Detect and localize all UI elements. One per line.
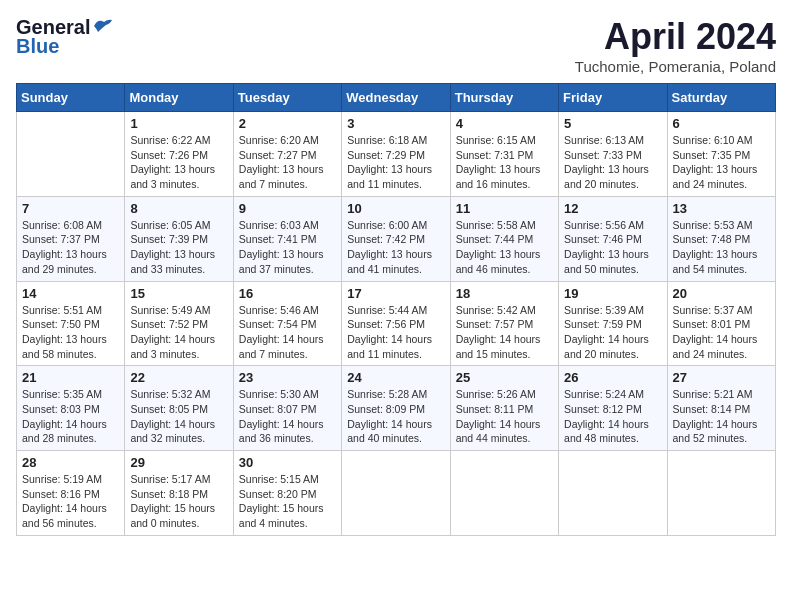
day-number: 16 [239, 286, 336, 301]
calendar-col-header: Monday [125, 84, 233, 112]
day-info: Sunrise: 5:56 AMSunset: 7:46 PMDaylight:… [564, 218, 661, 277]
logo-blue-text: Blue [16, 35, 59, 58]
calendar-day-cell: 2Sunrise: 6:20 AMSunset: 7:27 PMDaylight… [233, 112, 341, 197]
day-info: Sunrise: 5:26 AMSunset: 8:11 PMDaylight:… [456, 387, 553, 446]
day-info: Sunrise: 5:42 AMSunset: 7:57 PMDaylight:… [456, 303, 553, 362]
day-number: 8 [130, 201, 227, 216]
calendar-day-cell: 17Sunrise: 5:44 AMSunset: 7:56 PMDayligh… [342, 281, 450, 366]
calendar-day-cell [17, 112, 125, 197]
day-number: 21 [22, 370, 119, 385]
day-info: Sunrise: 5:21 AMSunset: 8:14 PMDaylight:… [673, 387, 770, 446]
calendar-day-cell: 21Sunrise: 5:35 AMSunset: 8:03 PMDayligh… [17, 366, 125, 451]
day-info: Sunrise: 6:03 AMSunset: 7:41 PMDaylight:… [239, 218, 336, 277]
day-number: 6 [673, 116, 770, 131]
calendar-col-header: Wednesday [342, 84, 450, 112]
calendar-day-cell: 30Sunrise: 5:15 AMSunset: 8:20 PMDayligh… [233, 451, 341, 536]
day-number: 12 [564, 201, 661, 216]
day-info: Sunrise: 6:08 AMSunset: 7:37 PMDaylight:… [22, 218, 119, 277]
calendar-day-cell: 11Sunrise: 5:58 AMSunset: 7:44 PMDayligh… [450, 196, 558, 281]
day-number: 28 [22, 455, 119, 470]
calendar-col-header: Saturday [667, 84, 775, 112]
calendar-day-cell: 8Sunrise: 6:05 AMSunset: 7:39 PMDaylight… [125, 196, 233, 281]
calendar-day-cell [450, 451, 558, 536]
day-number: 10 [347, 201, 444, 216]
day-info: Sunrise: 6:10 AMSunset: 7:35 PMDaylight:… [673, 133, 770, 192]
calendar-day-cell [667, 451, 775, 536]
day-info: Sunrise: 6:13 AMSunset: 7:33 PMDaylight:… [564, 133, 661, 192]
day-number: 24 [347, 370, 444, 385]
day-number: 27 [673, 370, 770, 385]
calendar-week-row: 7Sunrise: 6:08 AMSunset: 7:37 PMDaylight… [17, 196, 776, 281]
day-info: Sunrise: 5:15 AMSunset: 8:20 PMDaylight:… [239, 472, 336, 531]
calendar-day-cell: 28Sunrise: 5:19 AMSunset: 8:16 PMDayligh… [17, 451, 125, 536]
day-number: 17 [347, 286, 444, 301]
day-info: Sunrise: 5:24 AMSunset: 8:12 PMDaylight:… [564, 387, 661, 446]
day-number: 2 [239, 116, 336, 131]
calendar-day-cell: 14Sunrise: 5:51 AMSunset: 7:50 PMDayligh… [17, 281, 125, 366]
calendar-table: SundayMondayTuesdayWednesdayThursdayFrid… [16, 83, 776, 536]
calendar-day-cell: 25Sunrise: 5:26 AMSunset: 8:11 PMDayligh… [450, 366, 558, 451]
calendar-day-cell: 29Sunrise: 5:17 AMSunset: 8:18 PMDayligh… [125, 451, 233, 536]
calendar-week-row: 28Sunrise: 5:19 AMSunset: 8:16 PMDayligh… [17, 451, 776, 536]
day-info: Sunrise: 5:19 AMSunset: 8:16 PMDaylight:… [22, 472, 119, 531]
day-number: 23 [239, 370, 336, 385]
calendar-day-cell: 19Sunrise: 5:39 AMSunset: 7:59 PMDayligh… [559, 281, 667, 366]
day-info: Sunrise: 5:49 AMSunset: 7:52 PMDaylight:… [130, 303, 227, 362]
day-info: Sunrise: 5:51 AMSunset: 7:50 PMDaylight:… [22, 303, 119, 362]
day-info: Sunrise: 5:46 AMSunset: 7:54 PMDaylight:… [239, 303, 336, 362]
day-info: Sunrise: 6:18 AMSunset: 7:29 PMDaylight:… [347, 133, 444, 192]
calendar-col-header: Tuesday [233, 84, 341, 112]
location-subtitle: Tuchomie, Pomerania, Poland [575, 58, 776, 75]
calendar-day-cell: 5Sunrise: 6:13 AMSunset: 7:33 PMDaylight… [559, 112, 667, 197]
day-number: 4 [456, 116, 553, 131]
calendar-day-cell: 23Sunrise: 5:30 AMSunset: 8:07 PMDayligh… [233, 366, 341, 451]
day-info: Sunrise: 6:22 AMSunset: 7:26 PMDaylight:… [130, 133, 227, 192]
day-number: 18 [456, 286, 553, 301]
day-info: Sunrise: 6:15 AMSunset: 7:31 PMDaylight:… [456, 133, 553, 192]
calendar-day-cell: 16Sunrise: 5:46 AMSunset: 7:54 PMDayligh… [233, 281, 341, 366]
calendar-day-cell: 20Sunrise: 5:37 AMSunset: 8:01 PMDayligh… [667, 281, 775, 366]
calendar-day-cell: 12Sunrise: 5:56 AMSunset: 7:46 PMDayligh… [559, 196, 667, 281]
day-number: 25 [456, 370, 553, 385]
calendar-col-header: Thursday [450, 84, 558, 112]
day-info: Sunrise: 5:53 AMSunset: 7:48 PMDaylight:… [673, 218, 770, 277]
calendar-day-cell: 22Sunrise: 5:32 AMSunset: 8:05 PMDayligh… [125, 366, 233, 451]
day-info: Sunrise: 5:30 AMSunset: 8:07 PMDaylight:… [239, 387, 336, 446]
day-info: Sunrise: 5:32 AMSunset: 8:05 PMDaylight:… [130, 387, 227, 446]
day-number: 14 [22, 286, 119, 301]
day-number: 26 [564, 370, 661, 385]
day-number: 1 [130, 116, 227, 131]
day-info: Sunrise: 6:20 AMSunset: 7:27 PMDaylight:… [239, 133, 336, 192]
day-info: Sunrise: 5:35 AMSunset: 8:03 PMDaylight:… [22, 387, 119, 446]
calendar-day-cell: 9Sunrise: 6:03 AMSunset: 7:41 PMDaylight… [233, 196, 341, 281]
day-info: Sunrise: 6:05 AMSunset: 7:39 PMDaylight:… [130, 218, 227, 277]
calendar-day-cell: 26Sunrise: 5:24 AMSunset: 8:12 PMDayligh… [559, 366, 667, 451]
calendar-day-cell: 4Sunrise: 6:15 AMSunset: 7:31 PMDaylight… [450, 112, 558, 197]
day-number: 19 [564, 286, 661, 301]
day-info: Sunrise: 5:44 AMSunset: 7:56 PMDaylight:… [347, 303, 444, 362]
day-info: Sunrise: 5:39 AMSunset: 7:59 PMDaylight:… [564, 303, 661, 362]
day-info: Sunrise: 5:28 AMSunset: 8:09 PMDaylight:… [347, 387, 444, 446]
calendar-day-cell [559, 451, 667, 536]
day-info: Sunrise: 6:00 AMSunset: 7:42 PMDaylight:… [347, 218, 444, 277]
calendar-day-cell: 15Sunrise: 5:49 AMSunset: 7:52 PMDayligh… [125, 281, 233, 366]
day-number: 3 [347, 116, 444, 131]
calendar-day-cell: 10Sunrise: 6:00 AMSunset: 7:42 PMDayligh… [342, 196, 450, 281]
calendar-header-row: SundayMondayTuesdayWednesdayThursdayFrid… [17, 84, 776, 112]
day-number: 13 [673, 201, 770, 216]
day-number: 22 [130, 370, 227, 385]
calendar-week-row: 1Sunrise: 6:22 AMSunset: 7:26 PMDaylight… [17, 112, 776, 197]
calendar-week-row: 21Sunrise: 5:35 AMSunset: 8:03 PMDayligh… [17, 366, 776, 451]
day-info: Sunrise: 5:58 AMSunset: 7:44 PMDaylight:… [456, 218, 553, 277]
day-number: 7 [22, 201, 119, 216]
calendar-week-row: 14Sunrise: 5:51 AMSunset: 7:50 PMDayligh… [17, 281, 776, 366]
day-number: 5 [564, 116, 661, 131]
day-number: 9 [239, 201, 336, 216]
calendar-day-cell [342, 451, 450, 536]
day-number: 29 [130, 455, 227, 470]
day-number: 20 [673, 286, 770, 301]
calendar-day-cell: 27Sunrise: 5:21 AMSunset: 8:14 PMDayligh… [667, 366, 775, 451]
logo-bird-icon [92, 18, 114, 34]
logo: General Blue [16, 16, 114, 58]
calendar-day-cell: 7Sunrise: 6:08 AMSunset: 7:37 PMDaylight… [17, 196, 125, 281]
